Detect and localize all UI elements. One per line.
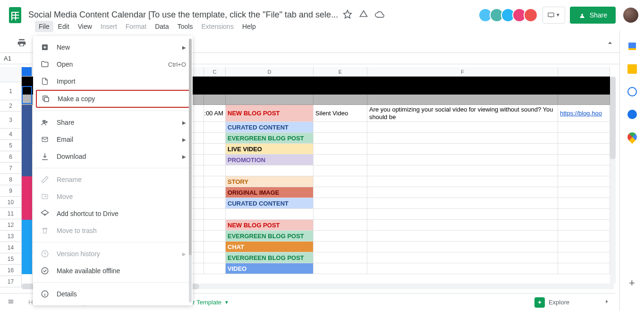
menu-item-details[interactable]: Details xyxy=(33,285,193,302)
row-header[interactable]: 17 xyxy=(0,276,22,287)
menu-item-email[interactable]: Email ▶ xyxy=(33,131,193,148)
download-icon xyxy=(40,152,50,161)
row-header[interactable]: 10 xyxy=(0,197,22,208)
menu-item-add-shortcut[interactable]: Add shortcut to Drive xyxy=(33,205,193,222)
row-header[interactable]: 1 xyxy=(0,82,22,100)
star-icon[interactable] xyxy=(343,9,352,21)
menu-edit[interactable]: Edit xyxy=(54,21,73,32)
row-header[interactable]: 14 xyxy=(0,242,22,253)
chevron-right-icon: ▶ xyxy=(182,154,186,159)
row-header[interactable]: 3 xyxy=(0,112,22,129)
side-panel: + xyxy=(619,30,644,311)
row-header[interactable]: 5 xyxy=(0,140,22,151)
offline-icon xyxy=(40,266,50,276)
folder-icon xyxy=(40,60,50,69)
row-header[interactable]: 2 xyxy=(0,100,22,112)
menu-help[interactable]: Help xyxy=(238,21,260,32)
menu-format[interactable]: Format xyxy=(122,21,150,32)
menu-item-move: Move xyxy=(33,188,193,205)
row-header[interactable]: 8 xyxy=(0,174,22,185)
chevron-right-icon: ▶ xyxy=(182,45,186,50)
selection-indicator xyxy=(22,86,32,104)
menu-insert[interactable]: Insert xyxy=(97,21,121,32)
all-sheets-icon[interactable] xyxy=(0,298,22,306)
file-menu-dropdown: New ▶ Open Ctrl+O Import Make a copy Sha… xyxy=(33,36,193,305)
chevron-right-icon: ▶ xyxy=(182,137,186,142)
menu-item-new[interactable]: New ▶ xyxy=(33,39,193,56)
select-all-corner[interactable] xyxy=(0,67,22,82)
menu-item-move-to-trash: Move to trash xyxy=(33,222,193,239)
show-side-panel-icon[interactable] xyxy=(602,297,611,307)
row-header[interactable]: 6 xyxy=(0,151,22,163)
menu-item-share[interactable]: Share ▶ xyxy=(33,114,193,131)
add-addon-icon[interactable]: + xyxy=(629,277,635,289)
collaborator-avatars[interactable] xyxy=(481,8,538,22)
menu-extensions[interactable]: Extensions xyxy=(197,21,237,32)
row-header[interactable]: 13 xyxy=(0,231,22,242)
row-header[interactable]: 11 xyxy=(0,208,22,219)
row-header[interactable]: 15 xyxy=(0,253,22,265)
email-icon xyxy=(40,135,50,144)
svg-rect-0 xyxy=(548,13,554,17)
svg-point-6 xyxy=(42,268,48,274)
import-icon xyxy=(40,77,50,86)
new-icon xyxy=(40,43,50,52)
menu-item-make-available-offline[interactable]: Make available offline xyxy=(33,262,193,279)
move-icon xyxy=(40,192,50,201)
share-button[interactable]: Share xyxy=(570,7,616,24)
add-shortcut-icon xyxy=(40,209,50,218)
menu-tools[interactable]: Tools xyxy=(174,21,197,32)
document-title[interactable]: Social Media Content Calendar [To use th… xyxy=(28,10,338,20)
info-icon xyxy=(40,289,50,299)
svg-rect-2 xyxy=(44,97,49,102)
present-button[interactable]: ▼ xyxy=(542,7,565,24)
calendar-icon[interactable] xyxy=(627,42,637,51)
row-header[interactable]: 9 xyxy=(0,185,22,197)
keep-icon[interactable] xyxy=(627,64,637,74)
name-box[interactable]: A1 xyxy=(4,55,25,62)
menu-file[interactable]: File xyxy=(35,21,53,32)
tasks-icon[interactable] xyxy=(627,87,637,96)
collaborator-avatar[interactable] xyxy=(524,8,538,22)
collapse-toolbar-icon[interactable] xyxy=(605,38,615,50)
explore-button[interactable]: ✦ Explore xyxy=(534,297,569,308)
print-icon[interactable] xyxy=(17,38,26,50)
menu-item-make-a-copy[interactable]: Make a copy xyxy=(36,90,190,108)
rename-icon xyxy=(40,175,50,184)
row-header[interactable]: 4 xyxy=(0,129,22,140)
chevron-right-icon: ▶ xyxy=(182,120,186,125)
copy-icon xyxy=(41,94,51,104)
account-avatar[interactable] xyxy=(623,8,638,23)
chevron-right-icon: ▶ xyxy=(182,251,186,257)
cloud-status-icon[interactable] xyxy=(375,9,384,21)
menu-item-version-history: Version history ▶ xyxy=(33,245,193,262)
menu-item-import[interactable]: Import xyxy=(33,73,193,90)
row-header[interactable]: 16 xyxy=(0,265,22,276)
history-icon xyxy=(40,249,50,259)
row-headers[interactable]: 1234567891011121314151617 xyxy=(0,82,22,287)
contacts-icon[interactable] xyxy=(627,110,637,119)
sheets-logo[interactable] xyxy=(6,6,25,25)
row-header[interactable]: 12 xyxy=(0,219,22,231)
explore-icon: ✦ xyxy=(534,297,545,308)
trash-icon xyxy=(40,226,50,235)
move-to-drive-icon[interactable] xyxy=(359,9,368,21)
vertical-scrollbar[interactable] xyxy=(610,77,616,284)
chevron-down-icon: ▼ xyxy=(224,300,229,305)
menu-item-download[interactable]: Download ▶ xyxy=(33,148,193,165)
menu-view[interactable]: View xyxy=(74,21,96,32)
maps-icon[interactable] xyxy=(625,130,638,144)
row-header[interactable]: 7 xyxy=(0,163,22,174)
menu-data[interactable]: Data xyxy=(151,21,173,32)
menu-item-rename: Rename xyxy=(33,171,193,188)
menu-item-open[interactable]: Open Ctrl+O xyxy=(33,56,193,73)
share-icon xyxy=(40,118,50,127)
